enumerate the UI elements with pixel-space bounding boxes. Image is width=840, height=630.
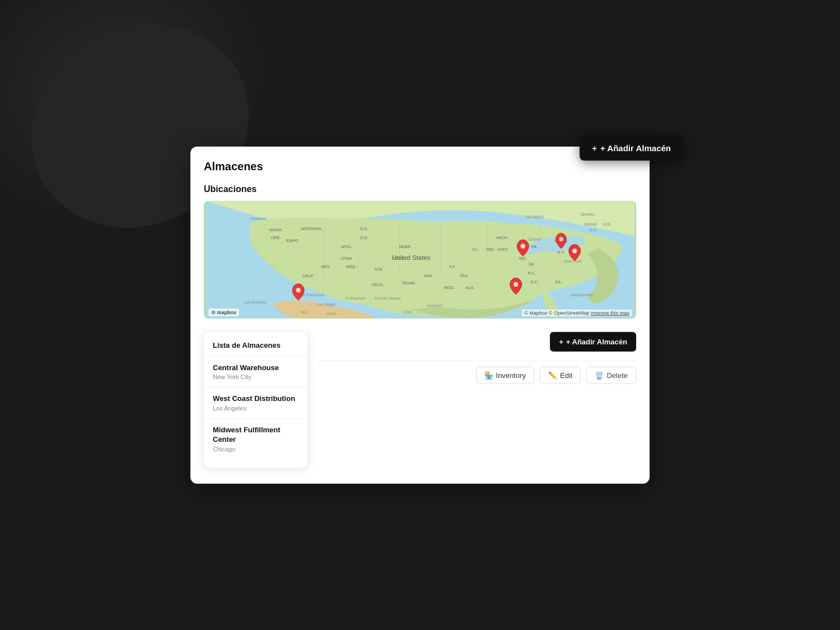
svg-point-68 <box>521 244 525 248</box>
svg-text:SON.: SON. <box>403 310 413 315</box>
svg-text:N.Y.: N.Y. <box>557 250 564 255</box>
svg-text:Jacksonville: Jacksonville <box>571 292 593 297</box>
add-button-inner-label: + Añadir Almacén <box>566 337 627 346</box>
svg-text:CHIH.: CHIH. <box>326 311 338 316</box>
svg-text:WASH.: WASH. <box>269 227 283 232</box>
page-title: Almacenes <box>204 160 636 172</box>
inventory-icon: 🏪 <box>484 371 493 379</box>
add-warehouse-button-top[interactable]: + + Añadir Almacén <box>580 135 683 160</box>
bottom-section: Lista de Almacenes Central Warehouse New… <box>204 332 636 468</box>
add-button-top-label: + Añadir Almacén <box>600 143 671 152</box>
improve-map-link[interactable]: Improve this map <box>591 310 629 315</box>
delete-icon: 🗑️ <box>595 371 604 379</box>
svg-point-69 <box>559 237 563 241</box>
svg-text:Houston: Houston <box>427 302 442 307</box>
svg-text:Los Angeles: Los Angeles <box>244 300 267 305</box>
warehouse-item-midwest[interactable]: Midwest Fulfillment Center Chicago <box>204 419 307 459</box>
svg-text:MICH.: MICH. <box>497 235 508 240</box>
svg-text:Ciudad Juárez: Ciudad Juárez <box>375 296 402 301</box>
warehouse-city-midwest: Chicago <box>213 446 298 452</box>
add-warehouse-button-inner[interactable]: + + Añadir Almacén <box>550 332 636 351</box>
svg-text:WYO.: WYO. <box>341 244 352 249</box>
svg-text:VA.: VA. <box>529 262 535 267</box>
svg-text:MISS.: MISS. <box>444 285 455 290</box>
edit-label: Edit <box>560 371 572 379</box>
svg-text:Quebec: Quebec <box>580 211 595 216</box>
warehouse-item-central[interactable]: Central Warehouse New York City <box>204 356 307 388</box>
warehouse-city-central: New York City <box>213 374 298 380</box>
svg-text:GA.: GA. <box>554 279 562 284</box>
svg-text:NEV.: NEV. <box>321 264 330 269</box>
plus-icon-inner: + <box>559 337 563 346</box>
svg-point-66 <box>572 248 577 253</box>
svg-text:IDAHO: IDAHO <box>286 238 300 243</box>
right-panel: + + Añadir Almacén 🏪 Inventory ✏️ Edit 🗑… <box>319 332 636 468</box>
plus-icon: + <box>592 143 597 152</box>
svg-text:N.D.: N.D. <box>360 226 368 231</box>
svg-text:Chihuahua: Chihuahua <box>346 296 366 301</box>
svg-text:COLO.: COLO. <box>393 255 406 260</box>
svg-text:PA.: PA. <box>531 244 538 249</box>
svg-text:ORE.: ORE. <box>271 235 281 240</box>
svg-text:NEBR.: NEBR. <box>399 244 412 249</box>
svg-text:Las Vegas: Las Vegas <box>316 301 336 306</box>
action-buttons: 🏪 Inventory ✏️ Edit 🗑️ Delete <box>319 360 636 389</box>
svg-text:ARK.: ARK. <box>424 273 433 278</box>
svg-text:N.C.: N.C. <box>528 270 536 275</box>
svg-text:MAINE: MAINE <box>584 221 597 226</box>
svg-text:CALIF.: CALIF. <box>302 273 315 278</box>
warehouse-city-west: Los Angeles <box>213 405 298 412</box>
svg-point-70 <box>514 282 518 286</box>
svg-text:N.B.: N.B. <box>603 221 611 226</box>
warehouse-name-west: West Coast Distribution <box>213 394 298 404</box>
warehouse-name-midwest: Midwest Fulfillment Center <box>213 426 298 445</box>
delete-label: Delete <box>606 371 628 379</box>
svg-text:ARIZ.: ARIZ. <box>346 264 357 269</box>
svg-text:N.M.: N.M. <box>375 266 383 271</box>
map-section-title: Ubicaciones <box>204 184 636 194</box>
svg-text:S.D.: S.D. <box>360 235 368 240</box>
delete-button[interactable]: 🗑️ Delete <box>586 366 636 384</box>
svg-point-67 <box>296 288 300 292</box>
warehouse-name-central: Central Warehouse <box>213 363 298 372</box>
svg-text:UTAH: UTAH <box>341 255 352 260</box>
svg-text:TEXAS: TEXAS <box>402 280 415 285</box>
list-header: Lista de Almacenes <box>204 340 307 356</box>
page-container: + + Añadir Almacén Almacenes Ubicaciones <box>190 146 650 484</box>
svg-text:S.C.: S.C. <box>531 279 539 284</box>
svg-text:ILL.: ILL. <box>473 246 479 251</box>
svg-text:KY.: KY. <box>449 264 455 269</box>
svg-text:ALA.: ALA. <box>465 285 474 290</box>
map-attribution: © Mapbox © OpenStreetMap Improve this ma… <box>522 309 632 316</box>
action-bar: + + Añadir Almacén <box>319 332 636 351</box>
svg-text:ONTARIO: ONTARIO <box>525 214 544 220</box>
map-svg: United States MONTANA N.D. S.D. WYO. UTA… <box>204 200 636 318</box>
svg-text:MONTANA: MONTANA <box>301 226 321 231</box>
svg-text:IND.: IND. <box>487 246 495 251</box>
svg-text:OKLA.: OKLA. <box>372 282 384 287</box>
mapbox-logo: ⊙ mapbox <box>208 308 239 316</box>
inventory-button[interactable]: 🏪 Inventory <box>476 366 534 384</box>
svg-text:Portland: Portland <box>251 216 266 221</box>
map-section: Ubicaciones <box>204 184 636 318</box>
svg-text:Detroit: Detroit <box>529 237 541 242</box>
main-card: Almacenes Ubicaciones <box>190 146 650 484</box>
svg-text:OHIO: OHIO <box>497 246 508 251</box>
inventory-label: Inventory <box>496 371 526 379</box>
edit-button[interactable]: ✏️ Edit <box>540 366 581 384</box>
svg-text:TEN.: TEN. <box>459 273 469 278</box>
svg-text:N.S.: N.S. <box>590 227 598 232</box>
edit-icon: ✏️ <box>548 371 557 379</box>
map-container[interactable]: United States MONTANA N.D. S.D. WYO. UTA… <box>204 200 636 318</box>
warehouse-item-west[interactable]: West Coast Distribution Los Angeles <box>204 388 307 419</box>
warehouse-list-card: Lista de Almacenes Central Warehouse New… <box>204 332 307 468</box>
svg-text:MD.: MD. <box>519 255 526 260</box>
svg-text:B.C.: B.C. <box>301 310 309 315</box>
